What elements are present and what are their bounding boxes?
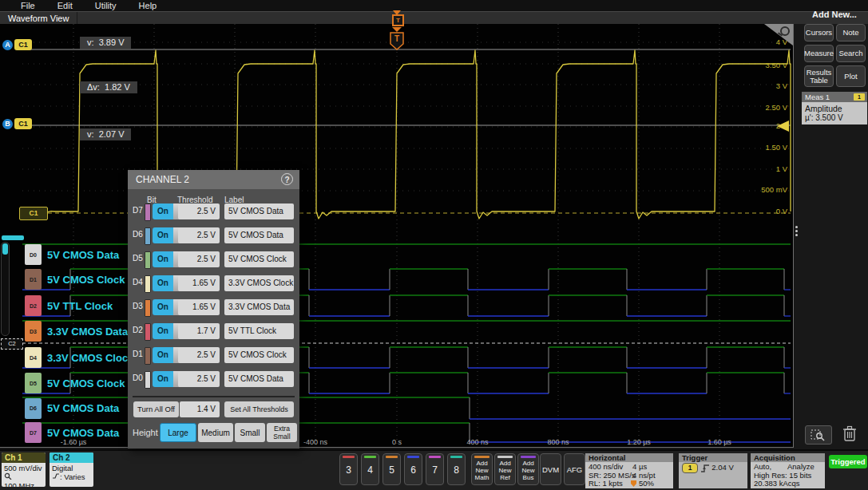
digital-group-scroll-thumb[interactable]: [2, 243, 8, 255]
channel-6-button[interactable]: 6: [404, 453, 422, 485]
bit-on-toggle[interactable]: On: [153, 323, 173, 339]
height-small-button[interactable]: Small: [235, 423, 265, 442]
turn-all-off-button[interactable]: Turn All Off: [133, 401, 179, 417]
menu-edit[interactable]: Edit: [57, 1, 73, 10]
add-new-results-table-button[interactable]: Results Table: [804, 65, 834, 87]
ch1-badge[interactable]: Ch 1 500 mV/div 100 MHz: [2, 452, 46, 487]
bit-label-field[interactable]: 3.3V CMOS Data: [224, 299, 294, 315]
set-all-thresholds-button[interactable]: Set All Thresholds: [224, 401, 294, 417]
bit-on-toggle[interactable]: On: [153, 227, 173, 243]
digital-chip-d3[interactable]: D3: [25, 321, 42, 342]
afg-button[interactable]: AFG: [564, 453, 585, 485]
meas1-panel[interactable]: Meas 1 1 Amplitude µ': 3.500 V: [802, 92, 867, 124]
trigger-position-marker-icon[interactable]: T: [392, 14, 404, 26]
menu-help[interactable]: Help: [139, 1, 157, 10]
bit-threshold-field[interactable]: 1.65 V: [178, 275, 220, 291]
channel-4-button[interactable]: 4: [361, 453, 379, 485]
bit-threshold-field[interactable]: 1.65 V: [178, 299, 220, 315]
add-new-measure-button[interactable]: Measure: [804, 45, 834, 62]
cursor-b-badge[interactable]: B: [2, 119, 13, 129]
bit-label-field[interactable]: 5V CMOS Data: [224, 227, 294, 243]
triggered-status-badge: Triggered: [829, 455, 867, 468]
ch1-position-marker[interactable]: C1: [19, 207, 48, 220]
digital-channel-d2[interactable]: D25V TTL Clock: [25, 294, 113, 317]
help-icon[interactable]: ?: [281, 173, 293, 185]
bit-threshold-field[interactable]: 2.5 V: [178, 204, 220, 219]
bit-threshold-field[interactable]: 2.5 V: [178, 227, 220, 243]
digital-label-d1: 5V CMOS Clock: [47, 274, 125, 286]
svg-text:500 mV: 500 mV: [761, 185, 787, 194]
digital-group-scrollbar[interactable]: [1, 242, 10, 336]
bit-threshold-field[interactable]: 2.5 V: [178, 347, 220, 363]
channel-8-button[interactable]: 8: [447, 453, 466, 485]
digital-channel-d4[interactable]: D43.3V CMOS Clock: [25, 346, 133, 369]
digital-chip-d6[interactable]: D6: [25, 398, 42, 419]
height-label: Height: [133, 428, 158, 437]
digital-channel-d7[interactable]: D75V CMOS Data: [25, 421, 119, 444]
digital-channel-d3[interactable]: D33.3V CMOS Data: [25, 320, 128, 342]
digital-chip-d5[interactable]: D5: [25, 373, 42, 393]
add-new-cursors-button[interactable]: Cursors: [804, 24, 834, 41]
digital-chip-d0[interactable]: D0: [25, 244, 42, 265]
bit-threshold-field[interactable]: 1.7 V: [178, 323, 220, 339]
panel-resize-handle[interactable]: [795, 226, 798, 238]
digital-chip-d4[interactable]: D4: [25, 347, 42, 368]
trigger-panel[interactable]: Trigger 1 2.04 V: [679, 453, 747, 488]
digital-channel-d5[interactable]: D55V CMOS Clock: [25, 372, 125, 394]
height-large-button[interactable]: Large: [160, 423, 196, 442]
acquisition-panel[interactable]: Acquisition Auto, Analyze High Res: 15 b…: [751, 453, 825, 488]
ch2-badge[interactable]: Ch 2 Digital : Varies: [50, 452, 93, 487]
menu-file[interactable]: File: [21, 1, 35, 10]
cursor-a-badge[interactable]: A: [2, 40, 13, 50]
waveform-plot[interactable]: T4 V3.50 V3 V2.50 V2 V1.50 V1 V500 mV0 V…: [0, 24, 794, 448]
bit-label-field[interactable]: 5V CMOS Data: [224, 204, 294, 219]
channel-number: 3: [340, 464, 357, 476]
bit-on-toggle[interactable]: On: [153, 251, 173, 267]
bit-label-field[interactable]: 3.3V CMOS Clock: [224, 275, 294, 291]
trigger-header: Trigger: [679, 453, 747, 462]
bit-threshold-field[interactable]: 2.5 V: [178, 371, 220, 387]
horizontal-panel[interactable]: Horizontal 400 ns/div4 µs SR: 250 MS/s4 …: [585, 453, 673, 488]
bit-threshold-field[interactable]: 2.5 V: [178, 251, 220, 267]
height-medium-button[interactable]: Medium: [198, 423, 233, 442]
menu-utility[interactable]: Utility: [95, 1, 117, 10]
digital-channel-d0[interactable]: D05V CMOS Data: [25, 243, 119, 266]
bit-on-toggle[interactable]: On: [153, 204, 173, 219]
acquisition-count: 20.383 kAcqs: [754, 480, 822, 488]
add-new-math-button[interactable]: AddNewMath: [471, 453, 493, 485]
channel-3-button[interactable]: 3: [339, 453, 358, 485]
zoom-mode-button[interactable]: [805, 425, 832, 445]
add-new-plot-button[interactable]: Plot: [836, 65, 866, 87]
height-extra-small-button[interactable]: Extra Small: [267, 423, 297, 442]
digital-group-handle[interactable]: [2, 235, 24, 240]
digital-chip-d1[interactable]: D1: [25, 269, 42, 290]
bit-on-toggle[interactable]: On: [153, 347, 173, 363]
bit-on-toggle[interactable]: On: [153, 275, 173, 291]
bit-label-field[interactable]: 5V CMOS Clock: [224, 251, 294, 267]
cursor-a-channel-badge[interactable]: C1: [14, 39, 32, 50]
bit-label-field[interactable]: 5V CMOS Clock: [224, 347, 294, 363]
add-new-ref-button[interactable]: AddNewRef: [494, 453, 516, 485]
tab-waveform-view[interactable]: Waveform View: [0, 12, 77, 25]
trash-button[interactable]: [840, 423, 859, 444]
all-threshold-field[interactable]: 1.4 V: [180, 401, 220, 417]
acquisition-analyze: Analyze: [787, 463, 814, 472]
digital-channel-d6[interactable]: D65V CMOS Data: [25, 397, 119, 420]
bit-on-toggle[interactable]: On: [153, 371, 173, 387]
cursor-b-channel-badge[interactable]: C1: [14, 118, 32, 129]
bit-label-field[interactable]: 5V TTL Clock: [224, 323, 294, 339]
bit-on-toggle[interactable]: On: [153, 299, 173, 315]
bit-label-field[interactable]: 5V CMOS Data: [224, 371, 294, 387]
meas1-header[interactable]: Meas 1 1: [802, 92, 867, 102]
ch2-position-marker[interactable]: C2: [1, 338, 23, 350]
channel-5-button[interactable]: 5: [382, 453, 401, 485]
dvm-button[interactable]: DVM: [540, 453, 561, 485]
dialog-title-bar[interactable]: CHANNEL 2 ?: [128, 170, 299, 189]
add-new-note-button[interactable]: Note: [836, 24, 866, 41]
digital-channel-d1[interactable]: D15V CMOS Clock: [25, 268, 125, 290]
channel-7-button[interactable]: 7: [426, 453, 444, 485]
digital-chip-d2[interactable]: D2: [25, 295, 42, 316]
add-new-search-button[interactable]: Search: [836, 45, 866, 62]
add-new-bus-button[interactable]: AddNewBus: [517, 453, 539, 485]
digital-chip-d7[interactable]: D7: [25, 422, 42, 443]
